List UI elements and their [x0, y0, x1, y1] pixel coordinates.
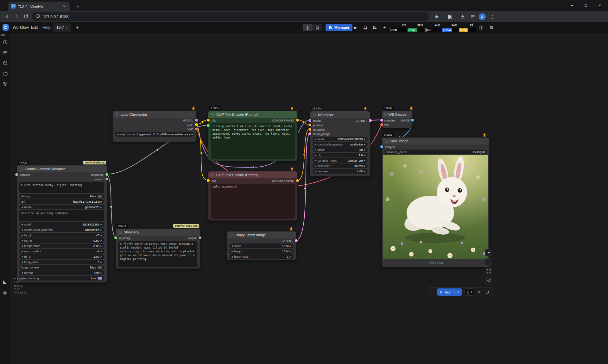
- new-tab-button[interactable]: +: [74, 3, 82, 10]
- increment-arrow-icon[interactable]: ▶: [290, 250, 292, 252]
- node-empty-latent-image[interactable]: Empty Latent Image LATENT ◀width1024▶ ◀h…: [226, 231, 296, 260]
- output-port-vae[interactable]: VAE: [113, 127, 196, 131]
- node-load-checkpoint[interactable]: Load Checkpoint MODEL CLIP VAE ◀ckpt_nam…: [112, 111, 197, 142]
- image-output-dot[interactable]: [411, 119, 414, 122]
- node-header[interactable]: Load Checkpoint: [113, 111, 196, 118]
- new-workflow-button[interactable]: +: [73, 24, 81, 31]
- window-minimize-button[interactable]: –: [565, 0, 579, 11]
- widget-filter-thinking[interactable]: filter_thinkingtrue: [19, 276, 104, 281]
- batch-count-stepper[interactable]: 1 ▲▼: [464, 288, 474, 296]
- window-close-button[interactable]: ×: [593, 0, 607, 11]
- toggle-pill[interactable]: [98, 277, 102, 280]
- widget-steps[interactable]: ◀steps30▶: [313, 147, 368, 152]
- decrement-arrow-icon[interactable]: ◀: [314, 154, 316, 156]
- decrement-arrow-icon[interactable]: ◀: [314, 170, 316, 172]
- increment-arrow-icon[interactable]: ▶: [290, 256, 292, 258]
- system-prompt-textarea[interactable]: describe in one long sentence: [19, 210, 104, 221]
- settings-gear-icon[interactable]: [1, 289, 9, 297]
- node-show-any[interactable]: 0.007s comfyui-easy-use Show Any anythin…: [116, 228, 200, 269]
- conditioning-output-dot[interactable]: [296, 179, 299, 182]
- decrement-arrow-icon[interactable]: ◀: [21, 261, 23, 263]
- alert-bell-icon[interactable]: [370, 24, 379, 31]
- clip-port-dot[interactable]: [195, 123, 198, 126]
- increment-arrow-icon[interactable]: ▶: [101, 234, 102, 236]
- increment-arrow-icon[interactable]: ▶: [364, 170, 366, 172]
- decrement-arrow-icon[interactable]: ◀: [231, 245, 233, 247]
- node-header[interactable]: KSampler: [310, 111, 370, 118]
- increment-arrow-icon[interactable]: ▶: [101, 206, 102, 208]
- comfyui-logo[interactable]: C: [3, 24, 9, 31]
- increment-arrow-icon[interactable]: ▶: [364, 159, 366, 162]
- response-output-dot[interactable]: [105, 173, 108, 176]
- notification-bell-icon[interactable]: [361, 24, 369, 31]
- increment-arrow-icon[interactable]: ▶: [364, 149, 366, 151]
- decrement-arrow-icon[interactable]: ◀: [314, 159, 316, 162]
- widget-scheduler[interactable]: ◀schedulerkarras▶: [313, 163, 368, 168]
- theme-moon-icon[interactable]: [1, 278, 9, 286]
- increment-arrow-icon[interactable]: ▶: [364, 154, 366, 156]
- vae-input-dot[interactable]: [380, 123, 383, 126]
- increment-arrow-icon[interactable]: ▶: [101, 223, 102, 225]
- back-icon[interactable]: [3, 13, 11, 20]
- reading-list-icon[interactable]: [469, 13, 477, 21]
- clip-input-dot[interactable]: [207, 179, 210, 182]
- run-options-chevron-icon[interactable]: [454, 290, 462, 294]
- decrement-arrow-icon[interactable]: ◀: [314, 143, 316, 145]
- widget-top-p[interactable]: ◀top_p0.90▶: [19, 238, 104, 243]
- decrement-arrow-icon[interactable]: ◀: [231, 256, 233, 258]
- collapse-dot-icon[interactable]: [385, 140, 388, 143]
- menu-workflow[interactable]: Workflow: [11, 22, 31, 33]
- text-input-dot[interactable]: [207, 124, 210, 127]
- model-library-icon[interactable]: [1, 59, 9, 67]
- increment-arrow-icon[interactable]: ▶: [364, 165, 366, 167]
- collapse-dot-icon[interactable]: [230, 234, 232, 237]
- increment-arrow-icon[interactable]: ▶: [364, 143, 366, 145]
- decrement-arrow-icon[interactable]: ◀: [314, 149, 316, 151]
- widget-format[interactable]: ◀formattext▶: [19, 270, 104, 275]
- share-icon[interactable]: [380, 24, 388, 31]
- node-library-icon[interactable]: [1, 80, 9, 88]
- widget-tfs-z[interactable]: ◀tfs_z1.00▶: [19, 254, 104, 259]
- samples-input-dot[interactable]: [380, 119, 383, 122]
- workflows-folder-icon[interactable]: [1, 70, 9, 77]
- collapse-dot-icon[interactable]: [211, 113, 214, 116]
- context-output-dot[interactable]: [105, 178, 108, 181]
- output-port-clip[interactable]: CLIP: [113, 122, 196, 127]
- collapse-dot-icon[interactable]: [313, 114, 316, 116]
- reload-icon[interactable]: [22, 13, 30, 20]
- extensions-puzzle-icon[interactable]: [446, 13, 454, 21]
- decrement-arrow-icon[interactable]: ◀: [21, 239, 23, 242]
- collapse-dot-icon[interactable]: [211, 174, 214, 176]
- decrement-arrow-icon[interactable]: ◀: [314, 138, 316, 140]
- widget-control-after-generate[interactable]: ◀control after generaterandomize▶: [19, 227, 104, 232]
- toggle-pill[interactable]: [98, 195, 102, 198]
- decrement-arrow-icon[interactable]: ◀: [21, 250, 23, 252]
- node-ksampler[interactable]: 21.622s KSampler modelLATENT positive ne…: [310, 111, 370, 176]
- window-maximize-button[interactable]: □: [579, 0, 593, 11]
- output-textarea[interactable]: A fluffy bunny in pastel hues leaps thro…: [118, 241, 197, 267]
- widget-model[interactable]: ◀modelgemma:7b▶: [19, 205, 104, 209]
- widget-top-k[interactable]: ◀top_k40▶: [19, 233, 104, 238]
- decrement-arrow-icon[interactable]: ◀: [21, 256, 23, 258]
- increment-arrow-icon[interactable]: ▶: [364, 138, 366, 140]
- node-clip-text-encode-positive[interactable]: 0.355s CLIP Text Encode (Prompt) clipCON…: [208, 111, 298, 161]
- widget-batch-size[interactable]: ◀batch_size1▶: [229, 254, 294, 259]
- site-info-icon[interactable]: [35, 14, 40, 20]
- decrement-arrow-icon[interactable]: ◀: [117, 133, 119, 135]
- toggle-pill[interactable]: [98, 266, 102, 269]
- images-input-dot[interactable]: [380, 145, 383, 148]
- profile-avatar[interactable]: A: [478, 13, 486, 21]
- anything-input-dot[interactable]: [114, 237, 117, 239]
- context-input-dot[interactable]: [15, 173, 18, 176]
- increment-arrow-icon[interactable]: ▶: [101, 229, 102, 231]
- collapse-dot-icon[interactable]: [384, 113, 387, 116]
- node-header[interactable]: CLIP Text Encode (Prompt): [208, 171, 297, 178]
- fit-view-button[interactable]: [485, 268, 492, 275]
- collapse-dot-icon[interactable]: [119, 231, 122, 234]
- latent-image-input-dot[interactable]: [308, 133, 311, 135]
- node-ollama-generate-advance[interactable]: 4.042s comfyui-ollama Ollama Generate Ad…: [16, 165, 107, 283]
- positive-input-dot[interactable]: [308, 124, 311, 126]
- increment-arrow-icon[interactable]: ▶: [101, 250, 102, 252]
- node-header[interactable]: Save Image: [382, 138, 489, 145]
- decrement-arrow-icon[interactable]: ◀: [21, 223, 23, 225]
